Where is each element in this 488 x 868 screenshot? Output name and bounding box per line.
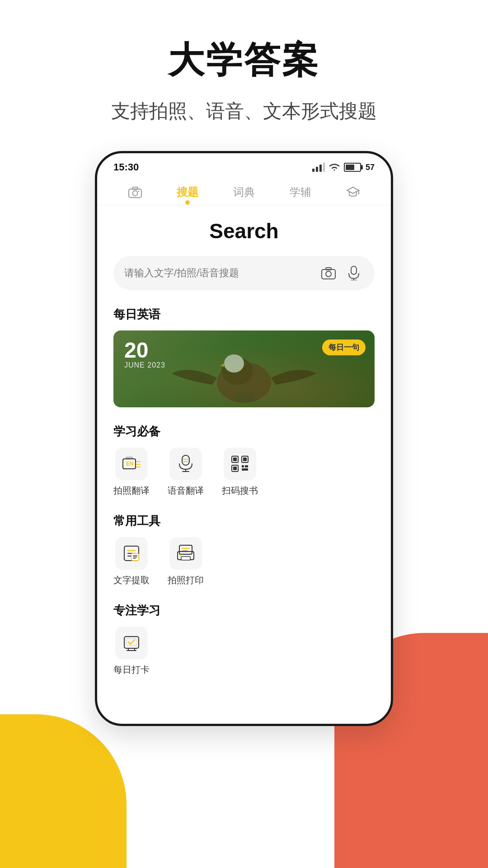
voice-translate-icon — [178, 455, 194, 473]
svg-rect-1 — [316, 167, 318, 172]
search-input[interactable] — [124, 267, 313, 279]
photo-print-label: 拍照打印 — [168, 574, 204, 586]
svg-rect-4 — [129, 189, 141, 198]
tool-voice-translate[interactable]: 语音翻译 — [168, 448, 204, 497]
svg-rect-2 — [319, 165, 322, 172]
tab-graduation[interactable] — [339, 183, 367, 203]
camera-search-button[interactable] — [319, 263, 338, 283]
search-bar[interactable] — [113, 256, 375, 290]
svg-rect-32 — [233, 458, 237, 461]
wifi-icon — [328, 163, 340, 172]
svg-point-7 — [138, 191, 139, 192]
banner-date: 20 JUNE 2023 — [124, 340, 165, 369]
tool-daily-checkin[interactable]: 每日打卡 — [113, 627, 150, 676]
camera-search-icon — [321, 267, 336, 279]
photo-print-icon-box — [169, 537, 202, 570]
svg-rect-50 — [181, 557, 190, 560]
svg-point-5 — [132, 191, 137, 196]
signal-icon — [312, 163, 325, 172]
svg-marker-8 — [347, 187, 359, 193]
eagle-silhouette — [167, 337, 321, 407]
daily-english-section: 每日英语 — [113, 307, 375, 407]
battery-icon — [344, 163, 361, 172]
voice-translate-label: 语音翻译 — [168, 485, 204, 497]
phone-mockup: 15:30 57 — [95, 151, 393, 726]
photo-print-icon — [177, 544, 195, 562]
battery-level: 57 — [366, 163, 375, 172]
nav-tabs: 搜题 词典 学辅 — [97, 177, 391, 205]
svg-rect-3 — [323, 163, 325, 172]
svg-rect-37 — [242, 465, 244, 467]
tab-camera[interactable] — [121, 183, 149, 203]
tab-dict-label: 词典 — [233, 185, 255, 199]
common-tools-title: 常用工具 — [113, 513, 375, 529]
status-time: 15:30 — [113, 161, 139, 173]
study-tools-grid: EN 拍照翻译 — [113, 448, 375, 497]
svg-rect-0 — [312, 169, 314, 172]
bg-yellow-decoration — [0, 714, 127, 868]
study-tools-title: 学习必备 — [113, 424, 375, 439]
tab-search-label: 搜题 — [177, 185, 198, 199]
photo-translate-label: 拍照翻译 — [113, 485, 150, 497]
focus-study-section: 专注学习 — [113, 603, 375, 676]
daily-english-title: 每日英语 — [113, 307, 375, 322]
tab-tutor-label: 学辅 — [290, 185, 311, 199]
status-bar: 15:30 57 — [97, 153, 391, 177]
graduation-nav-icon — [346, 186, 360, 198]
svg-marker-19 — [221, 363, 224, 367]
daily-checkin-icon — [122, 634, 141, 652]
svg-rect-12 — [326, 268, 331, 270]
voice-translate-icon-box — [169, 448, 202, 480]
svg-rect-38 — [245, 465, 248, 467]
scan-book-icon-box — [224, 448, 256, 480]
svg-rect-39 — [242, 468, 248, 471]
daily-checkin-label: 每日打卡 — [113, 664, 150, 676]
svg-rect-6 — [132, 187, 138, 189]
photo-translate-icon-box: EN — [115, 448, 148, 480]
svg-rect-26 — [182, 455, 189, 465]
app-title: 大学答案 — [168, 36, 320, 85]
svg-point-11 — [326, 271, 331, 277]
status-icons: 57 — [312, 163, 375, 172]
tab-dict[interactable]: 词典 — [226, 181, 262, 205]
svg-text:EN: EN — [126, 461, 134, 467]
text-extract-label: 文字提取 — [113, 574, 150, 586]
banner-day: 20 — [124, 340, 165, 361]
phone-body: Search — [97, 205, 391, 706]
svg-rect-36 — [233, 467, 237, 470]
camera-nav-icon — [128, 186, 142, 198]
text-extract-icon-box — [115, 537, 148, 570]
svg-rect-48 — [179, 545, 192, 554]
daily-checkin-icon-box — [115, 627, 148, 659]
svg-rect-34 — [243, 458, 247, 461]
tab-search[interactable]: 搜题 — [169, 181, 206, 205]
banner-tag[interactable]: 每日一句 — [322, 340, 366, 355]
common-tools-grid: 文字提取 — [113, 537, 375, 586]
svg-point-51 — [179, 554, 181, 556]
app-subtitle: 支持拍照、语音、文本形式搜题 — [111, 99, 377, 124]
focus-study-grid: 每日打卡 — [113, 627, 375, 676]
svg-rect-13 — [351, 266, 357, 274]
scan-book-label: 扫码搜书 — [222, 485, 258, 497]
tab-tutor[interactable]: 学辅 — [282, 181, 319, 205]
tool-photo-translate[interactable]: EN 拍照翻译 — [113, 448, 150, 497]
photo-translate-icon: EN — [122, 455, 141, 472]
search-heading: Search — [113, 219, 375, 243]
common-tools-section: 常用工具 — [113, 513, 375, 586]
daily-english-banner[interactable]: 20 JUNE 2023 每日一句 — [113, 330, 375, 407]
tool-photo-print[interactable]: 拍照打印 — [168, 537, 204, 586]
svg-rect-21 — [126, 457, 133, 459]
focus-study-title: 专注学习 — [113, 603, 375, 618]
tool-text-extract[interactable]: 文字提取 — [113, 537, 150, 586]
text-extract-icon — [122, 544, 141, 562]
scan-book-icon — [231, 455, 249, 472]
svg-point-18 — [224, 354, 244, 373]
svg-rect-55 — [126, 638, 137, 646]
voice-search-button[interactable] — [344, 263, 364, 283]
banner-month-year: JUNE 2023 — [124, 361, 165, 369]
mic-search-icon — [347, 266, 360, 280]
tool-scan-book[interactable]: 扫码搜书 — [222, 448, 258, 497]
study-tools-section: 学习必备 EN — [113, 424, 375, 497]
